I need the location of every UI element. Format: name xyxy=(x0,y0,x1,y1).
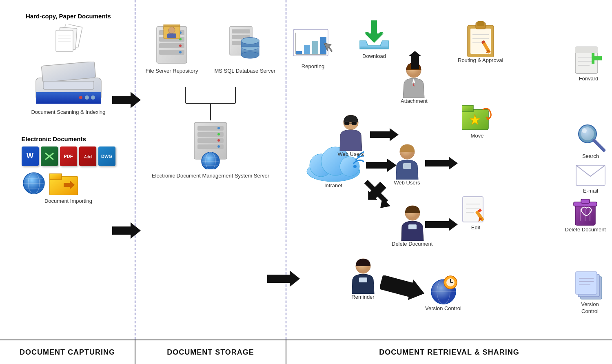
forward-label: Forward xyxy=(579,75,599,82)
svg-rect-89 xyxy=(477,21,484,26)
webusers1-arrow xyxy=(370,127,399,144)
svg-rect-105 xyxy=(352,122,357,125)
capture-bottom-label: DOCUMENT CAPTURING xyxy=(0,340,135,364)
svg-rect-122 xyxy=(408,224,417,229)
edms-item: Electronic Document Management System Se… xyxy=(152,120,269,180)
intranet-to-users-arrow xyxy=(366,157,397,175)
left-vline xyxy=(185,87,186,103)
diagram-container: Hard-copy, Paper Documents xyxy=(0,0,612,364)
retrieval-bottom-label: DOCUMENT RETRIEVAL & SHARING xyxy=(286,340,612,364)
svg-rect-97 xyxy=(575,47,598,53)
svg-rect-24 xyxy=(49,174,62,180)
svg-point-12 xyxy=(85,95,89,100)
storage-bottom-label: DOCUMENT STORAGE xyxy=(135,340,286,364)
svg-point-38 xyxy=(169,27,175,33)
svg-point-34 xyxy=(179,44,182,47)
reporting-icon xyxy=(293,29,333,63)
svg-line-117 xyxy=(594,140,604,150)
electronic-section: Electronic Documents W PDF Adobe xyxy=(22,135,115,204)
search-item: Search xyxy=(575,122,606,159)
routing-icon xyxy=(464,20,497,57)
intranet-label: Intranet xyxy=(324,182,342,189)
globe-icon xyxy=(22,171,46,195)
email-icon xyxy=(575,163,606,188)
reporting-label: Reporting xyxy=(302,63,324,69)
svg-marker-26 xyxy=(112,222,141,239)
webusers1-label: Web Users xyxy=(337,151,364,158)
svg-point-70 xyxy=(353,165,357,168)
svg-point-13 xyxy=(79,96,82,99)
connector-lines xyxy=(185,87,236,103)
svg-marker-107 xyxy=(370,128,399,141)
reporting-item: Reporting xyxy=(293,29,333,69)
webusers4-icon xyxy=(348,257,378,294)
forward-item: Forward xyxy=(573,45,604,82)
webusers3-label: Delete Document xyxy=(392,241,432,248)
svg-text:Adobe: Adobe xyxy=(84,155,92,159)
version-label: VersionControl xyxy=(581,301,599,315)
svg-rect-138 xyxy=(359,277,367,282)
svg-rect-41 xyxy=(232,29,250,33)
svg-marker-85 xyxy=(409,51,421,69)
svg-point-57 xyxy=(217,133,220,135)
mid-vline xyxy=(210,104,211,120)
storage-column: File Server Repository xyxy=(135,0,286,340)
download-label: Download xyxy=(362,53,386,59)
intranet-down-arrow xyxy=(362,180,399,212)
reminder-label: Version Control xyxy=(425,305,461,311)
webusers4-arrow xyxy=(380,275,425,302)
file-formats: W PDF Adobe DWG xyxy=(22,146,115,166)
edit-icon xyxy=(462,196,490,224)
svg-rect-104 xyxy=(344,122,349,125)
retrieval-column: Intranet Reporting xyxy=(286,0,612,340)
database-label: MS SQL Database Server xyxy=(214,68,275,75)
adobe-icon: Adobe xyxy=(79,146,96,166)
webusers3-icon xyxy=(397,204,428,241)
move-icon xyxy=(462,102,492,133)
svg-rect-39 xyxy=(167,33,176,38)
svg-point-46 xyxy=(241,52,259,58)
webusers3-arrow xyxy=(425,216,458,234)
svg-marker-65 xyxy=(267,271,300,287)
svg-rect-109 xyxy=(403,163,411,169)
svg-marker-123 xyxy=(425,218,458,231)
svg-point-56 xyxy=(217,127,220,129)
svg-point-60 xyxy=(202,152,220,169)
fileserver-label: File Server Repository xyxy=(146,68,198,75)
search-label: Search xyxy=(582,153,599,159)
fileserver-icon xyxy=(153,24,190,65)
delete-icon xyxy=(572,196,599,226)
edms-label: Electronic Document Management System Se… xyxy=(152,173,269,180)
edit-item: Edit xyxy=(462,196,490,231)
svg-marker-14 xyxy=(112,92,141,108)
dwg-icon: DWG xyxy=(98,146,115,166)
edms-icon xyxy=(186,120,235,169)
pdf-icon: PDF xyxy=(60,146,77,166)
reminder-icon xyxy=(428,273,459,305)
webusers4-label: Reminder xyxy=(351,294,374,301)
electronic-to-storage-arrow xyxy=(112,220,141,242)
svg-rect-73 xyxy=(304,45,310,54)
routing-item: Routing & Approval xyxy=(458,20,503,64)
storage-top-row: File Server Repository xyxy=(146,24,275,75)
svg-point-50 xyxy=(241,38,259,44)
search-icon xyxy=(575,122,606,153)
main-content: Hard-copy, Paper Documents xyxy=(0,0,612,340)
svg-rect-112 xyxy=(462,105,473,112)
edit-label: Edit xyxy=(471,224,480,231)
importing-icons xyxy=(22,171,115,195)
webusers1-item: Web Users xyxy=(335,114,366,158)
svg-point-118 xyxy=(582,128,587,133)
capture-column: Hard-copy, Paper Documents xyxy=(0,0,135,340)
svg-rect-133 xyxy=(581,199,590,203)
excel-icon xyxy=(41,146,58,166)
hardcopy-label: Hard-copy, Paper Documents xyxy=(26,12,111,20)
database-item: MS SQL Database Server xyxy=(214,24,275,75)
attachment-up-arrow xyxy=(409,51,421,71)
scanning-label: Document Scanning & Indexing xyxy=(31,109,105,115)
hardcopy-section: Hard-copy, Paper Documents xyxy=(26,12,111,58)
paper-docs-icon xyxy=(26,24,111,55)
folder-yellow-icon xyxy=(49,171,78,195)
svg-rect-74 xyxy=(312,41,318,54)
svg-rect-10 xyxy=(43,81,94,89)
